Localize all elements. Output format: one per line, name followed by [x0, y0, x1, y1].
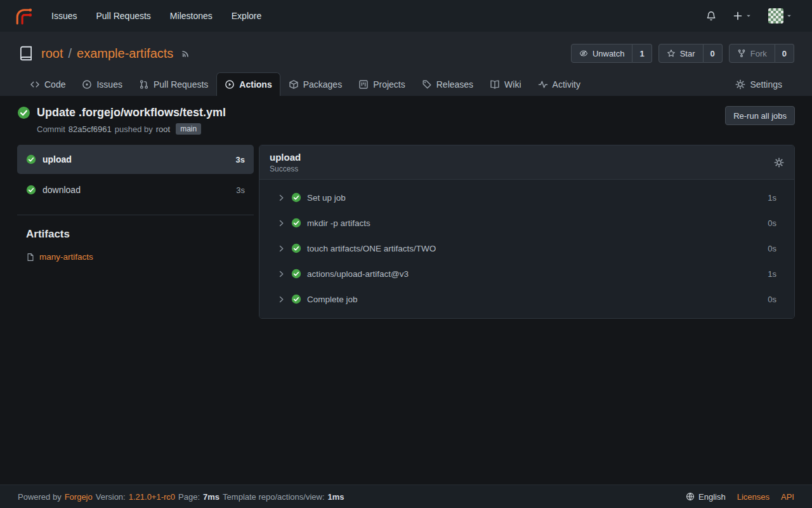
stars-count[interactable]: 0 — [704, 44, 723, 63]
step-row-complete-job[interactable]: Complete job 0s — [259, 286, 794, 312]
forks-count[interactable]: 0 — [775, 44, 794, 63]
nav-pull-requests[interactable]: Pull Requests — [86, 0, 160, 32]
nav-explore[interactable]: Explore — [222, 0, 271, 32]
check-circle-icon — [291, 192, 301, 203]
watchers-count[interactable]: 1 — [632, 44, 652, 63]
commit-label: Commit — [37, 124, 65, 134]
run-status-success-icon — [17, 106, 30, 119]
chevron-right-icon — [277, 194, 285, 202]
licenses-link[interactable]: Licenses — [737, 492, 769, 502]
job-detail-header: upload Success — [259, 145, 794, 180]
rss-icon[interactable] — [181, 48, 191, 58]
repo-header: root / example-artifacts Unwatch 1 Star … — [0, 32, 812, 96]
forgejo-link[interactable]: Forgejo — [65, 492, 93, 502]
forgejo-logo[interactable] — [14, 6, 33, 25]
pushed-by-label: pushed by — [115, 124, 153, 134]
tag-icon — [422, 79, 432, 90]
commit-author-link[interactable]: root — [156, 124, 170, 134]
chevron-right-icon — [277, 295, 285, 304]
star-button[interactable]: Star — [658, 44, 704, 63]
tab-code[interactable]: Code — [22, 72, 74, 96]
tab-activity[interactable]: Activity — [530, 72, 589, 96]
step-row-upload-artifact[interactable]: actions/upload-artifact@v3 1s — [259, 261, 794, 286]
tab-issues-label: Issues — [96, 79, 122, 90]
step-label: Set up job — [307, 193, 346, 203]
step-duration: 1s — [768, 269, 776, 279]
watch-button-group: Unwatch 1 — [571, 44, 652, 63]
tab-settings[interactable]: Settings — [727, 72, 790, 96]
language-label: English — [698, 492, 726, 502]
tab-releases-label: Releases — [436, 79, 473, 90]
git-fork-icon — [737, 49, 746, 58]
job-duration: 3s — [236, 155, 245, 164]
job-item-download[interactable]: download 3s — [17, 175, 254, 204]
star-label: Star — [680, 49, 695, 58]
api-link[interactable]: API — [781, 492, 794, 502]
caret-down-icon — [745, 13, 752, 19]
step-row-mkdir[interactable]: mkdir -p artifacts 0s — [259, 210, 794, 236]
branch-badge[interactable]: main — [176, 123, 201, 135]
avatar — [768, 8, 783, 23]
nav-milestones[interactable]: Milestones — [160, 0, 222, 32]
tab-settings-label: Settings — [750, 79, 782, 90]
repo-owner-link[interactable]: root — [41, 46, 63, 61]
create-new-menu[interactable] — [727, 0, 757, 32]
job-name: upload — [43, 154, 72, 164]
play-circle-icon — [225, 79, 235, 90]
job-steps-list: Set up job 1s mkdir -p artifacts 0s touc… — [259, 180, 794, 318]
rerun-all-jobs-button[interactable]: Re-run all jobs — [725, 106, 795, 125]
job-item-upload[interactable]: upload 3s — [17, 145, 254, 174]
repo-title: root / example-artifacts — [41, 46, 173, 61]
issue-circle-icon — [82, 79, 92, 90]
tab-projects[interactable]: Projects — [350, 72, 414, 96]
code-icon — [30, 79, 40, 90]
gear-icon — [735, 79, 745, 90]
job-options-gear-icon[interactable] — [774, 157, 784, 168]
package-icon — [289, 79, 299, 90]
plus-icon — [733, 11, 743, 21]
footer-info: Powered by Forgejo Version: 1.21.0+1-rc0… — [18, 492, 344, 502]
repo-icon — [18, 45, 34, 62]
project-board-icon — [358, 79, 369, 90]
run-commit-meta: Commit 82a5cf6961 pushed by root main — [37, 123, 226, 135]
tab-wiki[interactable]: Wiki — [481, 72, 529, 96]
repo-tabs: Code Issues Pull Requests Actions Packag… — [18, 72, 794, 96]
star-icon — [667, 49, 676, 58]
step-row-set-up-job[interactable]: Set up job 1s — [259, 185, 794, 210]
powered-by-label: Powered by — [18, 492, 62, 502]
tab-packages[interactable]: Packages — [280, 72, 350, 96]
actions-run-page: Update .forgejo/workflows/test.yml Commi… — [0, 96, 812, 485]
tab-pull-requests[interactable]: Pull Requests — [131, 72, 216, 96]
page-footer: Powered by Forgejo Version: 1.21.0+1-rc0… — [0, 485, 812, 508]
tab-actions[interactable]: Actions — [216, 72, 280, 96]
fork-label: Fork — [750, 49, 767, 58]
unwatch-button[interactable]: Unwatch — [571, 44, 633, 63]
chevron-right-icon — [277, 244, 285, 253]
repo-name-link[interactable]: example-artifacts — [77, 46, 173, 61]
step-row-touch[interactable]: touch artifacts/ONE artifacts/TWO 0s — [259, 236, 794, 261]
globe-icon — [686, 492, 695, 501]
step-label: mkdir -p artifacts — [307, 218, 370, 228]
language-menu[interactable]: English — [686, 492, 726, 502]
top-navbar: Issues Pull Requests Milestones Explore — [0, 0, 812, 32]
tab-releases[interactable]: Releases — [414, 72, 481, 96]
tab-issues[interactable]: Issues — [74, 72, 130, 96]
tab-wiki-label: Wiki — [504, 79, 521, 90]
job-detail-name: upload — [270, 152, 301, 163]
artifact-download-link[interactable]: many-artifacts — [39, 252, 93, 262]
commit-sha-link[interactable]: 82a5cf6961 — [69, 124, 112, 134]
nav-issues[interactable]: Issues — [42, 0, 86, 32]
template-time-value: 1ms — [328, 492, 344, 502]
notifications-button[interactable] — [700, 0, 722, 32]
caret-down-icon — [786, 13, 792, 19]
artifact-item: many-artifacts — [26, 252, 245, 262]
chevron-right-icon — [277, 219, 285, 227]
artifacts-heading: Artifacts — [26, 228, 245, 241]
unwatch-label: Unwatch — [593, 49, 625, 58]
account-menu[interactable] — [763, 0, 798, 32]
fork-button[interactable]: Fork — [729, 44, 775, 63]
step-label: actions/upload-artifact@v3 — [307, 269, 409, 279]
version-link[interactable]: 1.21.0+1-rc0 — [129, 492, 175, 502]
tab-activity-label: Activity — [553, 79, 580, 90]
page-time-label: Page: — [178, 492, 200, 502]
